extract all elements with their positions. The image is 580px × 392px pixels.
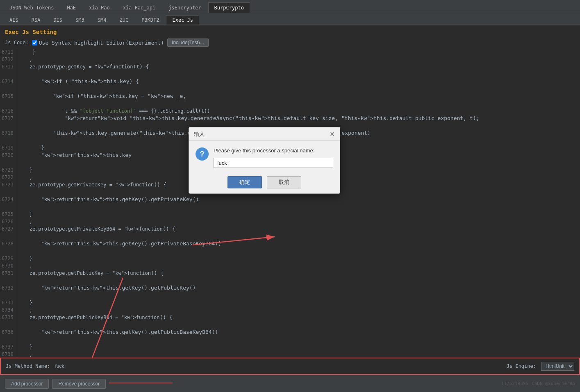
dialog-footer: 确定 取消	[189, 173, 340, 193]
dialog-title-bar: 输入 ✕	[189, 127, 340, 141]
dialog-content: Please give this processor a special nam…	[214, 147, 333, 168]
dialog-body: ? Please give this processor a special n…	[189, 141, 340, 173]
dialog-overlay: 输入 ✕ ? Please give this processor a spec…	[0, 0, 580, 392]
dialog-cancel-button[interactable]: 取消	[267, 176, 301, 188]
dialog-info-icon: ?	[196, 147, 209, 161]
dialog-title: 输入	[194, 131, 205, 138]
dialog-name-input[interactable]	[214, 158, 333, 168]
input-dialog: 输入 ✕ ? Please give this processor a spec…	[189, 127, 340, 194]
code-container: 6711 } 6712 , 6713 ze.prototype.getKey =…	[0, 48, 580, 358]
dialog-message: Please give this processor a special nam…	[214, 147, 333, 154]
dialog-confirm-button[interactable]: 确定	[227, 176, 262, 188]
dialog-close-button[interactable]: ✕	[330, 131, 335, 138]
